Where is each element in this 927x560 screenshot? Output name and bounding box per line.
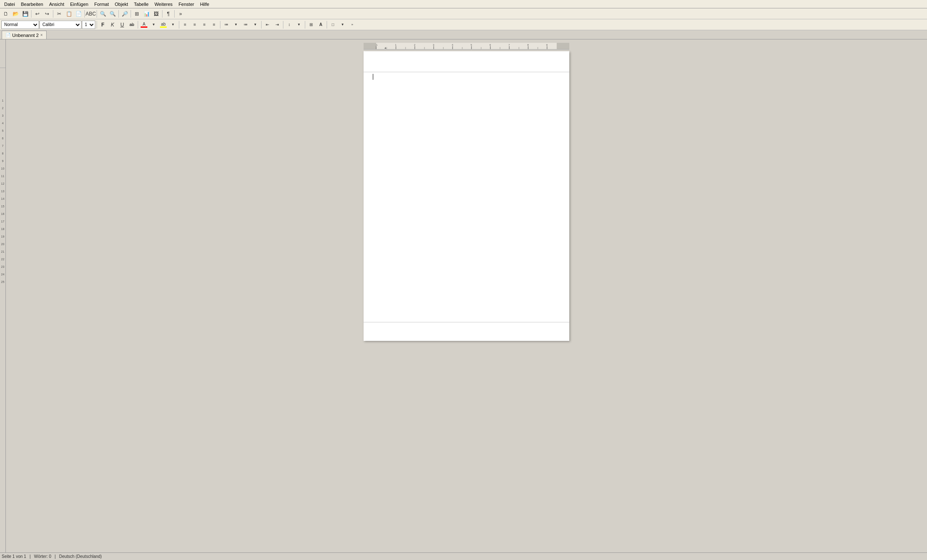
align-right-button[interactable]: ≡ — [200, 21, 209, 29]
menu-bearbeiten[interactable]: Bearbeiten — [18, 1, 46, 7]
find-button[interactable]: 🔎 — [120, 10, 129, 18]
word-count: Wörter: 0 — [34, 554, 51, 559]
align-left-button[interactable]: ≡ — [181, 21, 190, 29]
sep-fmt-4 — [220, 21, 220, 29]
italic-button[interactable]: K — [108, 21, 117, 29]
v-mark-13: 13 — [1, 187, 5, 195]
paste-button[interactable]: 📄 — [74, 10, 83, 18]
menu-objekt[interactable]: Objekt — [112, 1, 131, 7]
indent-button[interactable]: ⇥ — [272, 21, 282, 29]
tab-close-button[interactable]: × — [40, 33, 43, 37]
redo-button[interactable]: ↪ — [42, 10, 52, 18]
menu-ansicht[interactable]: Ansicht — [47, 1, 67, 7]
zoom-out-button[interactable]: 🔍 — [108, 10, 117, 18]
style-dropdown[interactable]: Normal — [1, 21, 39, 29]
menu-format[interactable]: Format — [92, 1, 111, 7]
spell-button[interactable]: ABC — [86, 10, 95, 18]
font-size-dropdown[interactable]: 11 — [82, 21, 95, 29]
status-bar: Seite 1 von 1 | Wörter: 0 | Deutsch (Deu… — [0, 552, 927, 560]
page-body[interactable] — [364, 72, 569, 322]
list-ordered-arrow[interactable]: ▼ — [251, 21, 260, 29]
sep-fmt-5 — [261, 21, 262, 29]
more-button[interactable]: » — [176, 10, 185, 18]
save-button[interactable]: 💾 — [21, 10, 30, 18]
zoom-in-button[interactable]: 🔍 — [98, 10, 107, 18]
tab-bar: 📄 Unbenannt 2 × — [0, 30, 927, 39]
v-mark-16: 16 — [1, 210, 5, 217]
list-ordered-button[interactable]: ≔ — [241, 21, 250, 29]
menu-weiteres[interactable]: Weiteres — [152, 1, 175, 7]
cut-button[interactable]: ✂ — [55, 10, 64, 18]
v-ruler-marks: 1 2 3 4 5 6 7 8 9 10 11 12 13 14 15 16 1… — [1, 97, 5, 285]
table-insert-button[interactable]: ⊞ — [132, 10, 141, 18]
page-footer — [364, 322, 569, 341]
open-button[interactable]: 📂 — [11, 10, 20, 18]
menu-datei[interactable]: Datei — [2, 1, 18, 7]
styles-button[interactable]: A — [316, 21, 325, 29]
font-color-button[interactable]: A — [139, 21, 149, 29]
copy-button[interactable]: 📋 — [64, 10, 73, 18]
highlight-color-button[interactable]: ab — [159, 21, 168, 29]
font-color-indicator — [141, 26, 147, 28]
frame-arrow[interactable]: ▼ — [338, 21, 347, 29]
columns-button[interactable]: ⊞ — [306, 21, 316, 29]
page-wrapper — [364, 51, 569, 343]
menu-einfuegen[interactable]: Einfügen — [68, 1, 91, 7]
menu-fenster[interactable]: Fenster — [176, 1, 196, 7]
v-mark-19: 19 — [1, 233, 5, 240]
new-button[interactable]: 🗋 — [1, 10, 10, 18]
v-mark-17: 17 — [1, 217, 5, 225]
outdent-button[interactable]: ⇤ — [263, 21, 272, 29]
v-mark-5: 5 — [1, 127, 5, 134]
separator-2 — [53, 10, 53, 18]
document-page[interactable] — [364, 51, 569, 341]
bold-button[interactable]: F — [98, 21, 107, 29]
toolbar-formatting: Normal Calibri 11 F K U ab A ▼ ab ▼ ≡ ≡ … — [0, 19, 927, 30]
sep-status-2: | — [55, 554, 56, 559]
font-color-arrow[interactable]: ▼ — [149, 21, 158, 29]
line-spacing-button[interactable]: ↕ — [285, 21, 294, 29]
editor-area[interactable]: -1 1 2 3 4 — [6, 39, 927, 552]
nonprint-button[interactable]: ¶ — [164, 10, 173, 18]
document-tab[interactable]: 📄 Unbenannt 2 × — [2, 31, 47, 39]
justify-button[interactable]: ≡ — [209, 21, 219, 29]
line-spacing-arrow[interactable]: ▼ — [294, 21, 304, 29]
font-dropdown[interactable]: Calibri — [39, 21, 81, 29]
separator-8 — [174, 10, 175, 18]
undo-button[interactable]: ↩ — [33, 10, 42, 18]
separator-6 — [131, 10, 131, 18]
menu-hilfe[interactable]: Hilfe — [197, 1, 212, 7]
list-unordered-button[interactable]: ≔ — [222, 21, 231, 29]
toolbar-standard: 🗋 📂 💾 ↩ ↪ ✂ 📋 📄 ABC 🔍 🔍 🔎 ⊞ 📊 🖼 ¶ » — [0, 8, 927, 19]
v-mark-6: 6 — [1, 134, 5, 142]
text-cursor — [373, 74, 373, 80]
v-mark-21: 21 — [1, 248, 5, 255]
sep-fmt-1 — [97, 21, 97, 29]
align-center-button[interactable]: ≡ — [190, 21, 199, 29]
v-mark-22: 22 — [1, 255, 5, 263]
v-mark-10: 10 — [1, 165, 5, 172]
separator-7 — [162, 10, 162, 18]
image-button[interactable]: 🖼 — [152, 10, 161, 18]
separator-4 — [97, 10, 97, 18]
underline-button[interactable]: U — [118, 21, 127, 29]
v-mark-18: 18 — [1, 225, 5, 233]
v-mark-25: 25 — [1, 278, 5, 285]
highlight-arrow[interactable]: ▼ — [168, 21, 178, 29]
chart-button[interactable]: 📊 — [142, 10, 151, 18]
main-area: 1 2 3 4 5 6 7 8 9 10 11 12 13 14 15 16 1… — [0, 39, 927, 552]
strikethrough-button[interactable]: ab — [127, 21, 136, 29]
v-mark-23: 23 — [1, 263, 5, 270]
highlight-color-indicator — [160, 26, 167, 28]
tab-label: Unbenannt 2 — [12, 33, 39, 38]
separator-1 — [31, 10, 31, 18]
menu-tabelle[interactable]: Tabelle — [131, 1, 151, 7]
more-fmt-button[interactable]: » — [348, 21, 357, 29]
h-ruler-container: -1 1 2 3 4 — [364, 43, 569, 50]
v-mark-20: 20 — [1, 240, 5, 248]
v-mark-3: 3 — [1, 112, 5, 119]
frame-button[interactable]: □ — [328, 21, 338, 29]
language-indicator: Deutsch (Deutschland) — [59, 554, 102, 559]
list-arrow[interactable]: ▼ — [231, 21, 241, 29]
v-mark-7: 7 — [1, 142, 5, 149]
